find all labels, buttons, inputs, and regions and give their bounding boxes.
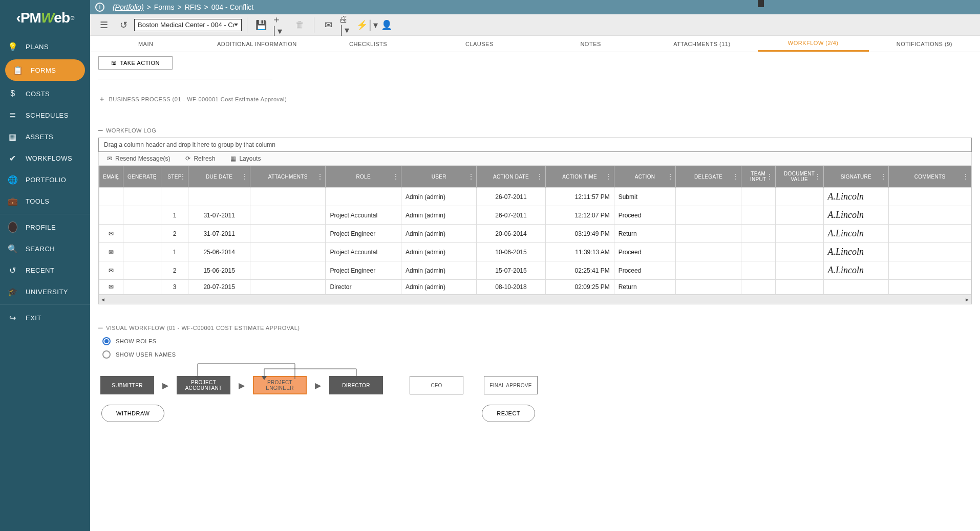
- tab-workflow-2-4-[interactable]: WORKFLOW (2/4): [758, 36, 869, 52]
- forms-icon: 📋: [13, 65, 23, 75]
- docval-cell: [775, 206, 823, 225]
- delegate-cell: [676, 188, 741, 206]
- delete-icon[interactable]: 🗑: [291, 16, 309, 34]
- col-role[interactable]: ROLE⋮: [326, 166, 401, 188]
- user-cell: Admin (admin): [401, 206, 477, 225]
- team-cell: [741, 188, 775, 206]
- project-select[interactable]: Boston Medical Center - 004 - Confl: [134, 19, 242, 31]
- col-generate[interactable]: GENERATE⋮: [123, 166, 161, 188]
- tab-notifications-9-[interactable]: NOTIFICATIONS (9): [869, 37, 980, 51]
- sidebar-item-profile[interactable]: PROFILE: [0, 216, 90, 238]
- sidebar-item-forms[interactable]: 📋FORMS: [5, 59, 85, 81]
- log-toolbar: ✉Resend Message(s) ⟳Refresh ▦Layouts: [98, 152, 972, 166]
- profile-icon: [8, 223, 17, 232]
- col-user[interactable]: USER⋮: [401, 166, 477, 188]
- sidebar-item-plans[interactable]: 💡PLANS: [0, 36, 90, 57]
- user-cell: Admin (admin): [401, 243, 477, 261]
- col-action-time[interactable]: ACTION TIME⋮: [545, 166, 614, 188]
- tab-additional-information[interactable]: ADDITIONAL INFORMATION: [201, 37, 312, 51]
- email-cell: ✉: [99, 225, 123, 243]
- show-roles-radio[interactable]: SHOW ROLES: [102, 337, 976, 345]
- gen-cell: [123, 188, 161, 206]
- col-delegate[interactable]: DELEGATE⋮: [676, 166, 741, 188]
- tab-checklists[interactable]: CHECKLISTS: [313, 37, 424, 51]
- tab-clauses[interactable]: CLAUSES: [424, 37, 535, 51]
- table-row[interactable]: ✉215-06-2015Project EngineerAdmin (admin…: [99, 261, 971, 280]
- collapse-icon: ─: [98, 324, 103, 332]
- gen-cell: [123, 243, 161, 261]
- atime-cell: 03:19:49 PM: [545, 225, 614, 243]
- col-comments[interactable]: COMMENTS⋮: [888, 166, 971, 188]
- save-icon[interactable]: 💾: [252, 16, 270, 34]
- sig-cell: [823, 280, 888, 295]
- print-icon[interactable]: 🖨│▾: [339, 16, 356, 34]
- att-cell: [250, 261, 326, 280]
- table-row[interactable]: 131-07-2011Project AccountalAdmin (admin…: [99, 206, 971, 225]
- tab-main[interactable]: MAIN: [90, 37, 201, 51]
- bc-rfis[interactable]: RFIS: [185, 3, 201, 11]
- resend-button[interactable]: ✉Resend Message(s): [107, 155, 170, 162]
- table-row[interactable]: ✉320-07-2015DirectorAdmin (admin)08-10-2…: [99, 280, 971, 295]
- sidebar-item-exit[interactable]: ↪EXIT: [0, 307, 90, 328]
- gen-cell: [123, 280, 161, 295]
- atime-cell: 12:11:57 PM: [545, 188, 614, 206]
- sidebar-item-portfolio[interactable]: 🌐PORTFOLIO: [0, 169, 90, 190]
- sidebar-item-workflows[interactable]: ✔WORKFLOWS: [0, 147, 90, 169]
- sidebar-item-university[interactable]: 🎓UNIVERSITY: [0, 281, 90, 302]
- col-team-input[interactable]: TEAM INPUT⋮: [741, 166, 775, 188]
- university-icon: 🎓: [8, 287, 17, 296]
- tab-notes[interactable]: NOTES: [535, 37, 646, 51]
- show-users-radio[interactable]: SHOW USER NAMES: [102, 350, 976, 359]
- sidebar-item-assets[interactable]: ▦ASSETS: [0, 126, 90, 147]
- sidebar-item-costs[interactable]: $COSTS: [0, 83, 90, 104]
- history-icon[interactable]: ↺: [115, 16, 132, 34]
- col-step[interactable]: STEP⋮: [161, 166, 188, 188]
- list-icon[interactable]: ☰: [95, 16, 113, 34]
- col-attachments[interactable]: ATTACHMENTS⋮: [250, 166, 326, 188]
- step-cell: 1: [161, 206, 188, 225]
- col-document-value[interactable]: DOCUMENT VALUE⋮: [775, 166, 823, 188]
- sidebar-item-label: PROFILE: [26, 224, 56, 231]
- atime-cell: 11:39:13 AM: [545, 243, 614, 261]
- sidebar-item-schedules[interactable]: ≣SCHEDULES: [0, 104, 90, 126]
- due-cell: 20-07-2015: [188, 280, 250, 295]
- layouts-button[interactable]: ▦Layouts: [230, 155, 261, 162]
- bc-portfolio[interactable]: (Portfolio): [113, 3, 144, 11]
- email-icon[interactable]: ✉: [319, 16, 337, 34]
- take-action-button[interactable]: 🖫 TAKE ACTION: [98, 56, 173, 70]
- sidebar-item-tools[interactable]: 💼TOOLS: [0, 190, 90, 212]
- expand-icon: ＋: [98, 95, 106, 104]
- sidebar-item-recent[interactable]: ↺RECENT: [0, 259, 90, 281]
- info-icon[interactable]: i: [95, 3, 104, 12]
- action-cell: Proceed: [614, 206, 676, 225]
- bc-forms[interactable]: Forms: [154, 3, 175, 11]
- withdraw-button[interactable]: WITHDRAW: [101, 405, 164, 422]
- bolt-icon[interactable]: ⚡│▾: [358, 16, 376, 34]
- flow-cfo: CFO: [410, 376, 463, 394]
- col-due-date[interactable]: DUE DATE⋮: [188, 166, 250, 188]
- person-icon[interactable]: 👤: [378, 16, 395, 34]
- horizontal-scrollbar[interactable]: ◄►: [99, 295, 971, 304]
- sidebar-item-label: SCHEDULES: [26, 112, 69, 119]
- workflow-log-grid: EMAIL⋮GENERATE⋮STEP⋮DUE DATE⋮ATTACHMENTS…: [98, 166, 972, 304]
- col-action[interactable]: ACTION⋮: [614, 166, 676, 188]
- table-row[interactable]: Admin (admin)26-07-201112:11:57 PMSubmit…: [99, 188, 971, 206]
- col-email[interactable]: EMAIL⋮: [99, 166, 123, 188]
- table-row[interactable]: ✉231-07-2011Project EngineerAdmin (admin…: [99, 225, 971, 243]
- action-cell: Proceed: [614, 243, 676, 261]
- col-signature[interactable]: SIGNATURE⋮: [823, 166, 888, 188]
- business-process-header[interactable]: ＋ BUSINESS PROCESS (01 - WF-000001 Cost …: [98, 95, 976, 104]
- refresh-button[interactable]: ⟳Refresh: [185, 155, 215, 162]
- tab-attachments-11-[interactable]: ATTACHMENTS (11): [646, 37, 757, 51]
- workflow-log-header[interactable]: ─ WORKFLOW LOG: [98, 126, 976, 135]
- delegate-cell: [676, 206, 741, 225]
- reject-button[interactable]: REJECT: [482, 405, 535, 422]
- visual-workflow-header[interactable]: ─ VISUAL WORKFLOW (01 - WF-C00001 COST E…: [98, 324, 976, 332]
- sidebar-item-search[interactable]: 🔍SEARCH: [0, 238, 90, 259]
- col-action-date[interactable]: ACTION DATE⋮: [477, 166, 545, 188]
- group-drop-zone[interactable]: Drag a column header and drop it here to…: [98, 138, 972, 152]
- table-row[interactable]: ✉125-06-2014Project AccountalAdmin (admi…: [99, 243, 971, 261]
- add-icon[interactable]: ＋│▾: [272, 16, 289, 34]
- gen-cell: [123, 225, 161, 243]
- content: 🖫 TAKE ACTION ＋ BUSINESS PROCESS (01 - W…: [90, 52, 980, 531]
